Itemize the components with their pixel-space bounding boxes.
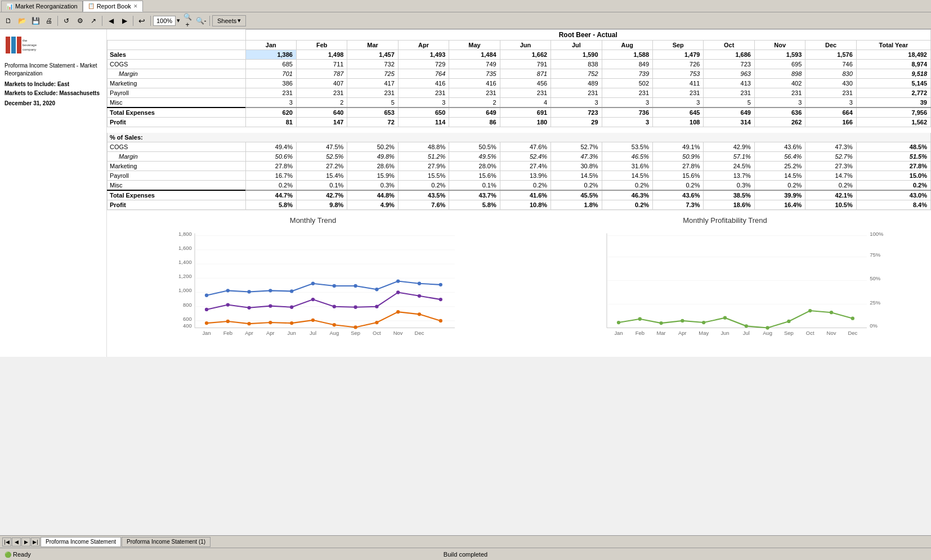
svg-point-49 (247, 306, 250, 309)
table-cell: 701 (245, 69, 296, 79)
table-row: Payroll231231231231231231231231231231231… (108, 88, 931, 98)
table-cell: 49.4% (245, 142, 296, 151)
svg-point-62 (268, 320, 272, 324)
zoom-out-btn[interactable]: 🔍- (195, 15, 207, 27)
tab-bar: 📊 Market Reorganization 📋 Report Book ✕ (0, 0, 931, 12)
row-label: COGS (108, 142, 246, 151)
svg-text:Apr: Apr (245, 330, 253, 336)
table-cell: 1,662 (500, 50, 550, 60)
svg-text:company: company (23, 48, 36, 51)
table-cell: 9,518 (856, 69, 930, 79)
table-area: Root Beer - Actual Jan Feb Mar Apr May J… (107, 29, 931, 357)
table-cell: 45.5% (551, 190, 602, 200)
svg-text:Jan: Jan (202, 330, 211, 336)
svg-point-56 (396, 290, 400, 294)
svg-point-57 (418, 294, 421, 297)
monthly-trend-title: Monthly Trend (113, 216, 513, 225)
table-cell: 1,686 (704, 50, 754, 60)
sheet-tab-1-label: Proforma Income Statement (46, 539, 116, 545)
settings-btn[interactable]: ⚙ (74, 15, 86, 27)
svg-text:Feb: Feb (635, 330, 644, 336)
svg-rect-1 (6, 37, 10, 53)
col-total: Total Year (856, 41, 930, 50)
market-reorg-icon: 📊 (6, 3, 13, 10)
zoom-in-btn[interactable]: 🔍+ (181, 15, 194, 27)
table-row: Profit8114772114861802931083142621661,56… (108, 118, 931, 127)
svg-text:1,200: 1,200 (178, 273, 192, 279)
svg-point-51 (290, 305, 293, 308)
table-cell: 50.2% (347, 142, 398, 151)
zoom-input[interactable]: 100% (153, 16, 176, 26)
table-row: Misc0.2%0.1%0.3%0.2%0.1%0.2%0.2%0.2%0.2%… (108, 180, 931, 190)
sep4 (150, 16, 151, 26)
table-cell: 411 (653, 79, 704, 88)
print-btn[interactable]: 🖨 (43, 15, 55, 27)
sheet-nav-prev[interactable]: ◀ (12, 537, 21, 546)
table-cell: 81 (245, 118, 296, 127)
company-logo: the beverage company (5, 34, 38, 56)
report-date: December 31, 2020 (5, 99, 102, 108)
sheets-btn[interactable]: Sheets ▾ (212, 15, 246, 26)
table-cell: 15.0% (856, 171, 930, 180)
table-cell: 417 (347, 79, 398, 88)
refresh-btn[interactable]: ↺ (60, 15, 73, 27)
sheet-tab-1[interactable]: Proforma Income Statement (41, 537, 121, 547)
table-cell: 746 (805, 60, 856, 69)
table-cell: 0.2% (500, 180, 550, 190)
markets-exclude: Markets to Exclude: Massachusetts (5, 89, 102, 98)
main-scroll-area[interactable]: the beverage company Proforma Income Sta… (0, 29, 931, 535)
table-cell: 15.6% (653, 171, 704, 180)
close-icon[interactable]: ✕ (133, 3, 138, 9)
svg-point-41 (333, 284, 336, 287)
export-btn[interactable]: ↗ (87, 15, 100, 27)
open-btn[interactable]: 📂 (16, 15, 28, 27)
sheet-tab-2[interactable]: Proforma Income Statement (1) (122, 537, 211, 547)
table-cell: 27.4% (500, 161, 550, 171)
svg-point-104 (830, 311, 833, 314)
table-cell: 262 (754, 118, 805, 127)
table-cell: 489 (551, 79, 602, 88)
table-cell: 1,386 (245, 50, 296, 60)
new-btn[interactable]: 🗋 (2, 15, 15, 27)
table-cell: 27.2% (296, 161, 347, 171)
row-label: Margin (108, 151, 246, 161)
undo-btn[interactable]: ↩ (136, 15, 148, 27)
zoom-out-btn3[interactable]: ▶ (118, 15, 131, 27)
table-cell: 0.2% (805, 180, 856, 190)
income-statement-table: Root Beer - Actual Jan Feb Mar Apr May J… (107, 29, 931, 210)
sidebar: the beverage company Proforma Income Sta… (0, 29, 107, 357)
svg-text:1,000: 1,000 (178, 287, 192, 293)
svg-text:Apr: Apr (266, 330, 275, 336)
svg-point-64 (311, 318, 315, 321)
svg-rect-2 (11, 37, 16, 53)
table-cell: 46.3% (602, 190, 652, 200)
tab-market-reorg[interactable]: 📊 Market Reorganization (1, 1, 83, 12)
svg-text:Dec: Dec (415, 330, 424, 336)
table-cell: 416 (398, 79, 449, 88)
tab-report-book-label: Report Book (97, 3, 131, 10)
zoom-out-btn2[interactable]: ◀ (105, 15, 117, 27)
table-cell: 9.8% (296, 200, 347, 209)
table-cell: 753 (653, 69, 704, 79)
zoom-box: 100% ▾ 🔍+ 🔍- (153, 15, 207, 27)
table-cell: 15.9% (347, 171, 398, 180)
sheet-nav-next[interactable]: ▶ (21, 537, 30, 546)
sheet-nav-last[interactable]: ▶| (31, 537, 40, 546)
svg-text:75%: 75% (870, 252, 880, 258)
table-cell: 739 (602, 69, 652, 79)
table-cell: 3 (602, 98, 652, 108)
svg-text:Feb: Feb (223, 330, 232, 336)
table-cell: 10.5% (805, 200, 856, 209)
sheets-dropdown-icon: ▾ (238, 17, 241, 24)
sep5 (209, 16, 210, 26)
sheet-nav-first[interactable]: |◀ (2, 537, 11, 546)
table-row: Payroll16.7%15.4%15.9%15.5%15.6%13.9%14.… (108, 171, 931, 180)
save-btn[interactable]: 💾 (29, 15, 42, 27)
profitability-trend-svg: 100% 75% 50% 25% 0% Jan Feb Mar Apr (525, 227, 925, 346)
tab-report-book[interactable]: 📋 Report Book ✕ (83, 1, 143, 12)
svg-point-52 (311, 297, 315, 301)
svg-text:400: 400 (183, 322, 192, 329)
table-cell: 13.9% (500, 171, 550, 180)
table-cell: 43.7% (449, 190, 500, 200)
svg-text:25%: 25% (870, 299, 880, 305)
